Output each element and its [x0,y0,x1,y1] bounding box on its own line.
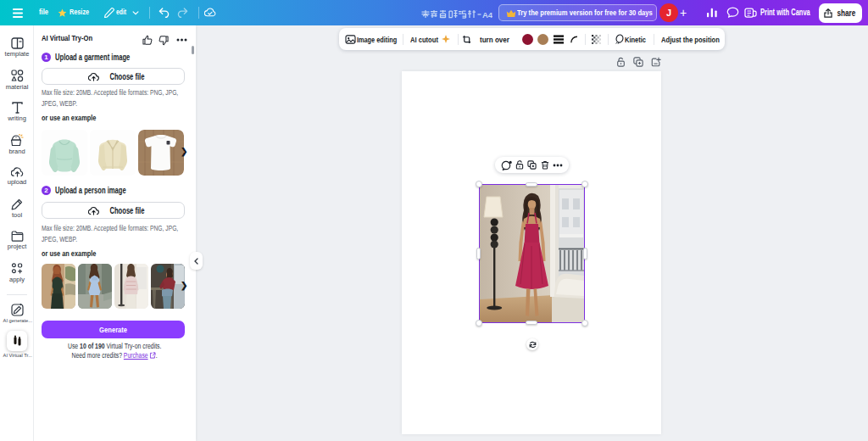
svg-text:A4: A4 [482,10,492,20]
